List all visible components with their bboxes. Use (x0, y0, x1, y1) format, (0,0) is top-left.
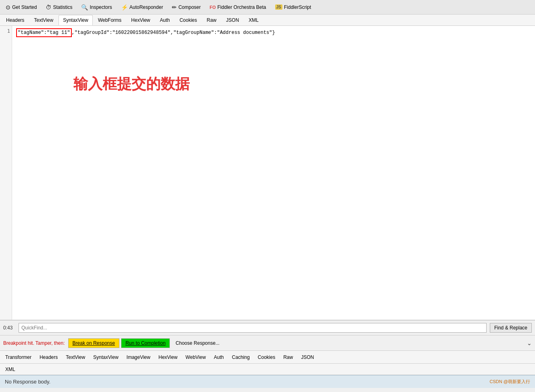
nav-statistics[interactable]: ⏱ Statistics (42, 2, 76, 12)
tab-hexview[interactable]: HexView (127, 15, 155, 25)
resp-tab-hexview[interactable]: HexView (155, 352, 181, 363)
tab-cookies[interactable]: Cookies (175, 15, 201, 25)
run-to-completion-button[interactable]: Run to Completion (121, 338, 170, 348)
nav-fiddler-orchestra[interactable]: FO Fiddler Orchestra Beta (206, 3, 270, 12)
quickfind-bar: 0:43 Find & Replace (0, 320, 535, 335)
nav-composer[interactable]: ✏ Composer (168, 2, 205, 12)
inspectors-icon: 🔍 (81, 4, 88, 10)
request-tab-bar: Headers TextView SyntaxView WebForms Hex… (0, 15, 535, 26)
session-time: 0:43 (3, 325, 15, 331)
resp-tab-raw[interactable]: Raw (280, 352, 297, 363)
nav-statistics-label: Statistics (53, 4, 72, 10)
tab-headers[interactable]: Headers (2, 15, 29, 25)
response-tab-bar: Transformer Headers TextView SyntaxView … (0, 351, 535, 364)
xml-tab-row: XML (0, 364, 535, 375)
nav-fiddler-orchestra-label: Fiddler Orchestra Beta (217, 4, 266, 10)
composer-icon: ✏ (172, 4, 177, 10)
tab-auth[interactable]: Auth (155, 15, 174, 25)
line-numbers: 1 (0, 26, 12, 320)
nav-inspectors-label: Inspectors (90, 4, 112, 10)
tab-webforms[interactable]: WebForms (94, 15, 126, 25)
bottom-status-bar: No Response body. CSDN @萌新要入行 (0, 375, 535, 388)
breakpoint-label: Breakpoint hit. Tamper, then: (3, 340, 65, 346)
chinese-overlay-text: 输入框提交的数据 (73, 74, 190, 96)
breakpoint-bar: Breakpoint hit. Tamper, then: Break on R… (0, 335, 535, 351)
code-editor-area: 1 "tagName":"tag 11","tagGroupId":"16022… (0, 26, 535, 320)
statistics-icon: ⏱ (46, 4, 51, 10)
resp-tab-auth[interactable]: Auth (210, 352, 228, 363)
nav-fiddlerscript[interactable]: JS FiddlerScript (271, 3, 316, 12)
dropdown-arrow-icon[interactable]: ⌄ (527, 340, 532, 346)
fiddler-orchestra-icon: FO (210, 5, 216, 10)
nav-composer-label: Composer (178, 4, 201, 10)
resp-tab-textview[interactable]: TextView (62, 352, 89, 363)
code-rest: ,"tagGroupId":"160220015862948594","tagG… (72, 29, 275, 36)
code-view[interactable]: "tagName":"tag 11","tagGroupId":"1602200… (13, 26, 535, 320)
choose-response-button[interactable]: Choose Response... (171, 338, 224, 348)
resp-tab-cookies[interactable]: Cookies (254, 352, 279, 363)
resp-tab-json[interactable]: JSON (297, 352, 318, 363)
resp-tab-caching[interactable]: Caching (228, 352, 253, 363)
tab-syntaxview[interactable]: SyntaxView (59, 15, 92, 25)
get-started-icon: ⊙ (6, 4, 10, 10)
csdn-watermark: CSDN @萌新要入行 (490, 379, 530, 385)
fiddlerscript-icon: JS (275, 4, 282, 10)
nav-inspectors[interactable]: 🔍 Inspectors (77, 2, 116, 12)
top-nav-bar: ⊙ Get Started ⏱ Statistics 🔍 Inspectors … (0, 0, 535, 15)
autoresponder-icon: ⚡ (121, 4, 128, 10)
break-on-response-button[interactable]: Break on Response (68, 338, 119, 348)
resp-tab-headers[interactable]: Headers (36, 352, 61, 363)
tab-textview[interactable]: TextView (29, 15, 58, 25)
quickfind-input[interactable] (19, 323, 487, 333)
highlighted-tag-name: "tagName":"tag 11" (16, 28, 72, 37)
nav-autoresponder[interactable]: ⚡ AutoResponder (117, 2, 167, 12)
resp-tab-transformer[interactable]: Transformer (2, 352, 35, 363)
find-replace-button[interactable]: Find & Replace (490, 323, 532, 333)
resp-tab-imageview[interactable]: ImageView (123, 352, 154, 363)
code-line-1: "tagName":"tag 11","tagGroupId":"1602200… (16, 28, 532, 37)
tab-json[interactable]: JSON (222, 15, 243, 25)
tab-raw[interactable]: Raw (202, 15, 221, 25)
nav-fiddlerscript-label: FiddlerScript (284, 4, 311, 10)
resp-tab-xml[interactable]: XML (2, 364, 19, 375)
resp-tab-webview[interactable]: WebView (182, 352, 209, 363)
nav-get-started-label: Get Started (12, 4, 37, 10)
tab-xml[interactable]: XML (244, 15, 263, 25)
nav-get-started[interactable]: ⊙ Get Started (2, 2, 41, 12)
resp-tab-syntaxview[interactable]: SyntaxView (90, 352, 122, 363)
status-text: No Response body. (5, 379, 50, 385)
nav-autoresponder-label: AutoResponder (130, 4, 163, 10)
